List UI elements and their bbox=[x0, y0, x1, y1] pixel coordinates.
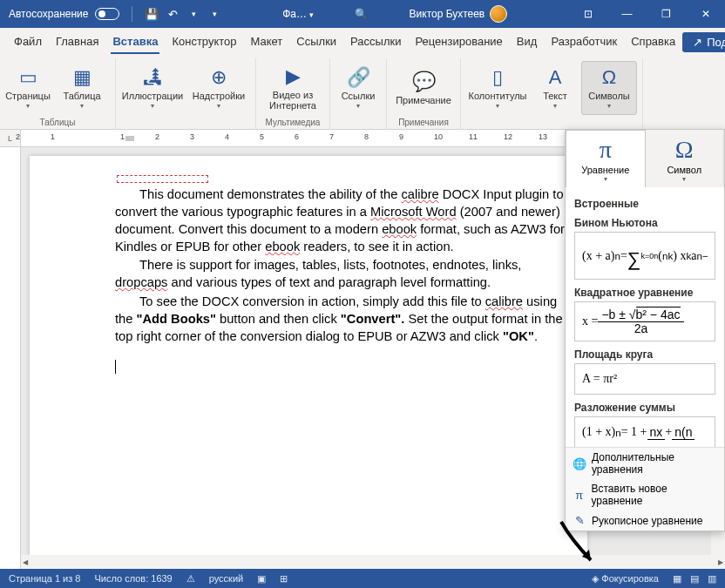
text-run: ebook bbox=[382, 222, 417, 236]
user-name: Виктор Бухтеев bbox=[410, 8, 485, 20]
undo-icon[interactable]: ↶ bbox=[166, 7, 180, 21]
illus-label: Иллюстрации bbox=[122, 91, 183, 101]
ruler-tick: 13 bbox=[539, 132, 547, 141]
web-view-icon[interactable]: ▥ bbox=[708, 573, 716, 585]
print-view-icon[interactable]: ▤ bbox=[690, 573, 699, 585]
chevron-down-icon: ▾ bbox=[26, 102, 30, 110]
text-icon: A bbox=[549, 66, 562, 89]
equation-gallery-button[interactable]: π Уравнение ▾ bbox=[566, 130, 646, 187]
omega-icon: Ω bbox=[602, 66, 616, 89]
table-button[interactable]: ▦Таблица▾ bbox=[54, 61, 110, 115]
equation-expansion[interactable]: (1 + x)n = 1 + nx + n(n bbox=[574, 416, 715, 448]
macro-icon[interactable]: ▣ bbox=[257, 573, 266, 585]
ruler-tick: 1 bbox=[51, 132, 55, 141]
text-run: readers, to see it in action. bbox=[300, 240, 453, 253]
illus-button[interactable]: 🏞Иллюстрации▾ bbox=[121, 61, 184, 115]
addins-label: Надстройки bbox=[193, 91, 245, 101]
horizontal-scrollbar[interactable]: ◀▶ bbox=[21, 555, 725, 569]
minimize-button[interactable]: — bbox=[607, 0, 647, 28]
eq-footer-ink[interactable]: ✎Рукописное уравнение bbox=[566, 510, 724, 531]
restore-button[interactable]: ❐ bbox=[647, 0, 686, 28]
save-icon[interactable]: 💾 bbox=[145, 7, 159, 21]
qat-customize-icon[interactable]: ▾ bbox=[186, 7, 200, 21]
close-button[interactable]: ✕ bbox=[686, 0, 725, 28]
tab-вид[interactable]: Вид bbox=[510, 28, 545, 56]
addins-button[interactable]: ⊕Надстройки▾ bbox=[187, 61, 250, 115]
pages-button[interactable]: ▭Страницы▾ bbox=[5, 61, 51, 115]
text-run: and various types of text and paragraph … bbox=[167, 275, 491, 289]
document-page[interactable]: This document demonstrates the ability o… bbox=[30, 156, 587, 569]
sym-button[interactable]: ΩСимволы▾ bbox=[581, 61, 637, 115]
tab-рецензирование[interactable]: Рецензирование bbox=[408, 28, 509, 56]
video-icon: ▶ bbox=[286, 65, 301, 88]
tab-конструктор[interactable]: Конструктор bbox=[165, 28, 243, 56]
text-label: Текст bbox=[543, 91, 567, 101]
paragraph[interactable]: This document demonstrates the ability o… bbox=[115, 186, 573, 255]
ribbon-display-button[interactable]: ⊡ bbox=[568, 0, 607, 28]
hf-button[interactable]: ▯Колонтитулы▾ bbox=[466, 61, 529, 115]
comment-icon: 💬 bbox=[412, 71, 436, 93]
indent-marker[interactable] bbox=[125, 136, 134, 141]
ink-icon: ✎ bbox=[573, 514, 586, 527]
vid-button[interactable]: ▶Видео изИнтернета bbox=[261, 61, 324, 115]
share-button[interactable]: ↗Поделиться bbox=[682, 32, 725, 52]
tab-справка[interactable]: Справка bbox=[624, 28, 682, 56]
equation-binomial[interactable]: (x + a)n = ∑k=0n (nk) xkan− bbox=[574, 232, 715, 280]
account-button[interactable]: Виктор Бухтеев bbox=[410, 5, 508, 23]
tab-разработчик[interactable]: Разработчик bbox=[544, 28, 624, 56]
ruler-tick: 11 bbox=[469, 132, 478, 141]
text-run: calibre bbox=[485, 294, 523, 308]
qat-more-icon[interactable]: ▾ bbox=[207, 7, 221, 21]
links-button[interactable]: 🔗Ссылки▾ bbox=[335, 61, 381, 115]
text-run: button and then click bbox=[216, 312, 341, 326]
document-title[interactable]: Фа… bbox=[282, 8, 313, 20]
search-icon[interactable]: 🔍 bbox=[349, 8, 375, 20]
chevron-down-icon: ▾ bbox=[607, 102, 611, 110]
text-run: This document demonstrates the ability o… bbox=[139, 187, 401, 201]
tab-вставка[interactable]: Вставка bbox=[105, 28, 165, 56]
equation-circle[interactable]: A = πr² bbox=[574, 363, 715, 395]
tab-макет[interactable]: Макет bbox=[244, 28, 290, 56]
comm-button[interactable]: 💬Примечание bbox=[392, 61, 455, 115]
chevron-down-icon: ▾ bbox=[151, 102, 154, 110]
document-body[interactable]: This document demonstrates the ability o… bbox=[115, 186, 573, 374]
eq-footer-pi[interactable]: πВставить новое уравнение bbox=[566, 479, 724, 510]
chevron-down-icon: ▾ bbox=[553, 102, 557, 110]
chevron-down-icon: ▾ bbox=[217, 102, 220, 110]
ribbon-group-label: Таблицы bbox=[40, 118, 76, 130]
ruler-tick: 6 bbox=[295, 132, 299, 141]
text-run: calibre bbox=[401, 187, 438, 201]
tab-главная[interactable]: Главная bbox=[49, 28, 105, 56]
status-language[interactable]: русский bbox=[209, 573, 243, 584]
pi-icon: π bbox=[573, 489, 586, 502]
equation-quadratic[interactable]: x = −b ± √b² − 4ac2a bbox=[574, 301, 715, 341]
accessibility-icon[interactable]: ⚠ bbox=[186, 573, 195, 585]
vertical-ruler[interactable] bbox=[0, 147, 21, 569]
paragraph[interactable]: To see the DOCX conversion in action, si… bbox=[115, 294, 573, 346]
ribbon-group-label: Примечания bbox=[398, 118, 449, 130]
ruler-tick: 9 bbox=[399, 132, 403, 141]
text-run: . bbox=[534, 329, 538, 343]
links-label: Ссылки bbox=[342, 91, 376, 101]
read-view-icon[interactable]: ▦ bbox=[673, 573, 681, 585]
ruler-tick: 2 bbox=[155, 132, 159, 141]
symbol-gallery-button[interactable]: Ω Символ ▾ bbox=[646, 130, 725, 187]
tab-ссылки[interactable]: Ссылки bbox=[289, 28, 343, 56]
tab-файл[interactable]: Файл bbox=[7, 28, 49, 56]
tab-рассылки[interactable]: Рассылки bbox=[343, 28, 408, 56]
status-word-count[interactable]: Число слов: 1639 bbox=[94, 573, 172, 584]
ruler-tick: 10 bbox=[434, 132, 443, 141]
eq-footer-label: Рукописное уравнение bbox=[592, 515, 702, 527]
focus-mode-button[interactable]: ◈ Фокусировка bbox=[592, 573, 659, 585]
paragraph[interactable]: There is support for images, tables, lis… bbox=[115, 257, 573, 292]
text-button[interactable]: AТекст▾ bbox=[532, 61, 578, 115]
text-cursor bbox=[115, 360, 573, 374]
ruler-tick: 12 bbox=[504, 132, 512, 141]
builtin-heading: Встроенные bbox=[574, 198, 715, 210]
status-page[interactable]: Страница 1 из 8 bbox=[9, 573, 80, 584]
eq-footer-globe[interactable]: 🌐Дополнительные уравнения bbox=[566, 448, 724, 479]
display-settings-icon[interactable]: ⊞ bbox=[280, 573, 288, 585]
pi-icon: π bbox=[600, 135, 612, 165]
autosave-toggle[interactable] bbox=[95, 8, 119, 20]
globe-icon: 🌐 bbox=[573, 457, 586, 470]
